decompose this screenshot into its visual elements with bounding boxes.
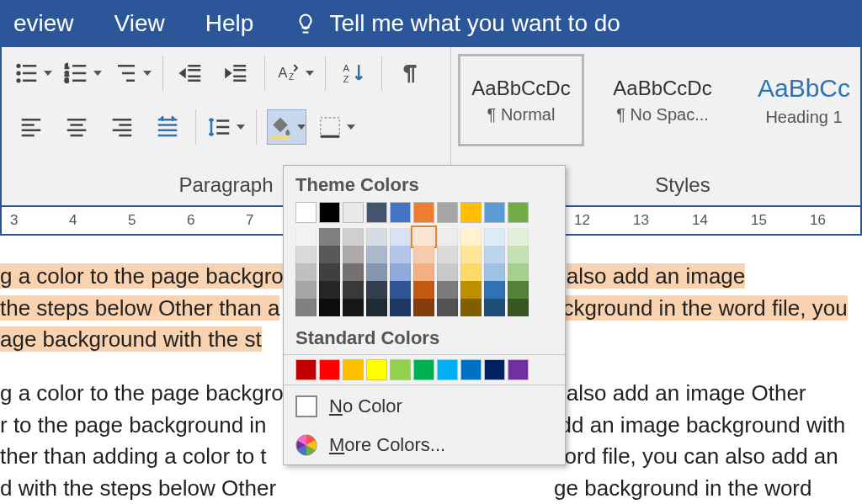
multilevel-list-button[interactable] <box>113 56 152 91</box>
doc-text[interactable]: ord file, you can also add an <box>565 443 838 469</box>
color-swatch[interactable] <box>508 202 529 223</box>
color-swatch[interactable] <box>366 202 387 223</box>
color-swatch[interactable] <box>366 299 387 316</box>
color-swatch[interactable] <box>413 202 434 223</box>
color-swatch[interactable] <box>319 246 340 263</box>
color-swatch[interactable] <box>437 281 458 299</box>
color-swatch[interactable] <box>319 281 340 299</box>
color-swatch[interactable] <box>295 299 317 316</box>
color-swatch[interactable] <box>390 202 411 223</box>
justify-button[interactable] <box>150 109 185 145</box>
color-swatch[interactable] <box>413 359 434 380</box>
color-swatch[interactable] <box>390 359 411 380</box>
color-swatch[interactable] <box>437 228 458 246</box>
doc-text[interactable]: ther than adding a color to t <box>0 443 267 469</box>
color-swatch[interactable] <box>295 281 317 299</box>
color-swatch[interactable] <box>390 263 411 281</box>
color-swatch[interactable] <box>366 228 387 246</box>
doc-text[interactable]: the steps below Other than a <box>0 295 279 321</box>
color-swatch[interactable] <box>390 299 411 316</box>
color-swatch[interactable] <box>508 246 529 263</box>
color-swatch[interactable] <box>508 281 529 299</box>
color-swatch[interactable] <box>460 299 482 316</box>
align-left-button[interactable] <box>13 109 49 145</box>
color-swatch[interactable] <box>366 281 387 299</box>
color-swatch[interactable] <box>413 246 434 263</box>
tell-me-input[interactable]: Tell me what you want to do <box>329 10 620 37</box>
color-swatch[interactable] <box>413 299 434 316</box>
color-swatch[interactable] <box>413 263 434 281</box>
increase-indent-button[interactable] <box>219 56 254 91</box>
color-swatch[interactable] <box>437 202 458 223</box>
shading-button[interactable] <box>267 109 306 145</box>
color-swatch[interactable] <box>343 281 364 299</box>
color-swatch[interactable] <box>484 202 505 223</box>
borders-button[interactable] <box>317 109 356 145</box>
color-swatch[interactable] <box>460 228 482 246</box>
color-swatch[interactable] <box>484 281 505 299</box>
number-list-button[interactable]: 123 <box>63 56 103 91</box>
sort-button[interactable]: AZ <box>336 56 371 91</box>
doc-text[interactable]: ge background in the word <box>554 475 811 501</box>
doc-text[interactable]: d with the steps below Other <box>0 475 276 501</box>
color-swatch[interactable] <box>508 263 529 281</box>
tab-review[interactable]: eview <box>13 10 74 37</box>
color-swatch[interactable] <box>319 299 340 316</box>
color-swatch[interactable] <box>413 228 434 246</box>
color-swatch[interactable] <box>295 359 317 380</box>
color-swatch[interactable] <box>484 359 505 380</box>
tab-view[interactable]: View <box>114 10 165 37</box>
style-heading-1[interactable]: AaBbCc Heading 1 <box>741 54 862 146</box>
color-swatch[interactable] <box>319 228 340 246</box>
color-swatch[interactable] <box>484 246 505 263</box>
doc-text[interactable]: ckground in the word file, you <box>562 295 847 321</box>
color-swatch[interactable] <box>390 228 411 246</box>
style-normal[interactable]: AaBbCcDc ¶ Normal <box>458 54 584 146</box>
tab-help[interactable]: Help <box>205 10 254 37</box>
color-swatch[interactable] <box>437 299 458 316</box>
color-swatch[interactable] <box>319 263 340 281</box>
color-swatch[interactable] <box>343 263 364 281</box>
doc-text[interactable]: dd an image background with <box>560 412 846 438</box>
color-swatch[interactable] <box>508 299 529 316</box>
color-swatch[interactable] <box>295 263 317 281</box>
color-swatch[interactable] <box>484 228 505 246</box>
color-swatch[interactable] <box>343 299 364 316</box>
color-swatch[interactable] <box>319 202 340 223</box>
color-swatch[interactable] <box>366 246 387 263</box>
doc-text[interactable]: also add an image <box>567 263 745 289</box>
color-swatch[interactable] <box>343 246 364 263</box>
color-swatch[interactable] <box>437 359 458 380</box>
color-swatch[interactable] <box>460 202 482 223</box>
decrease-indent-button[interactable] <box>173 56 209 91</box>
color-swatch[interactable] <box>343 202 364 223</box>
color-swatch[interactable] <box>484 263 505 281</box>
style-no-spacing[interactable]: AaBbCcDc ¶ No Spac... <box>599 54 726 146</box>
more-colors-button[interactable]: More Colors... <box>284 426 565 464</box>
color-swatch[interactable] <box>390 246 411 263</box>
color-swatch[interactable] <box>390 281 411 299</box>
color-swatch[interactable] <box>460 263 482 281</box>
color-swatch[interactable] <box>295 202 317 223</box>
color-swatch[interactable] <box>343 228 364 246</box>
text-direction-button[interactable]: AZ <box>275 56 315 91</box>
color-swatch[interactable] <box>508 228 529 246</box>
align-center-button[interactable] <box>59 109 94 145</box>
color-swatch[interactable] <box>295 228 317 246</box>
doc-text[interactable]: g a color to the page backgro <box>0 263 284 289</box>
doc-text[interactable]: age background with the st <box>0 326 262 352</box>
color-swatch[interactable] <box>508 359 529 380</box>
show-marks-button[interactable] <box>392 56 428 91</box>
color-swatch[interactable] <box>460 246 482 263</box>
color-swatch[interactable] <box>484 299 505 316</box>
color-swatch[interactable] <box>460 281 482 299</box>
color-swatch[interactable] <box>366 263 387 281</box>
doc-text[interactable]: also add an image Other <box>567 380 806 406</box>
color-swatch[interactable] <box>437 246 458 263</box>
color-swatch[interactable] <box>343 359 364 380</box>
color-swatch[interactable] <box>460 359 482 380</box>
doc-text[interactable]: r to the page background in <box>0 412 267 438</box>
bullet-list-button[interactable] <box>13 56 53 91</box>
doc-text[interactable]: g a color to the page backgro <box>0 380 284 406</box>
color-swatch[interactable] <box>319 359 340 380</box>
